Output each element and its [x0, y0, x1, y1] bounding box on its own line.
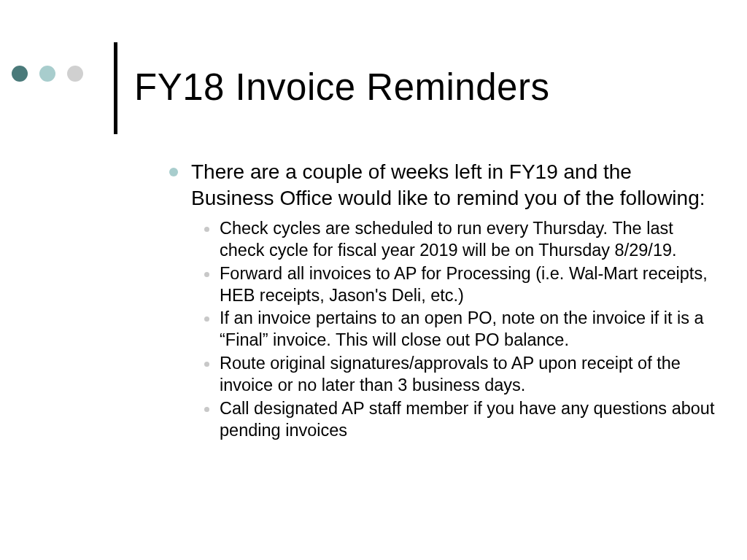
list-item: Route original signatures/approvals to A… [204, 353, 718, 397]
list-item: If an invoice pertains to an open PO, no… [204, 308, 718, 351]
list-item: Call designated AP staff member if you h… [204, 398, 718, 442]
slide-title: FY18 Invoice Reminders [134, 66, 549, 109]
dot-lightteal-icon [39, 66, 55, 82]
sub-bullet-circle-icon [204, 316, 209, 322]
slide-header: FY18 Invoice Reminders [0, 22, 747, 117]
main-bullet-text: There are a couple of weeks left in FY19… [191, 159, 718, 211]
sub-bullet-circle-icon [204, 227, 209, 232]
sub-bullet-text: Check cycles are scheduled to run every … [220, 218, 718, 262]
dot-teal-icon [12, 66, 28, 82]
list-item: Check cycles are scheduled to run every … [204, 218, 718, 262]
dot-gray-icon [67, 66, 83, 82]
vertical-divider [114, 42, 117, 134]
sub-bullet-text: Route original signatures/approvals to A… [220, 353, 718, 397]
list-item: Forward all invoices to AP for Processin… [204, 263, 718, 307]
sub-bullet-text: Call designated AP staff member if you h… [220, 398, 718, 442]
sub-bullets-list: Check cycles are scheduled to run every … [204, 218, 718, 441]
sub-bullet-circle-icon [204, 362, 209, 367]
decorative-dots [12, 66, 83, 82]
sub-bullet-text: If an invoice pertains to an open PO, no… [220, 308, 718, 351]
sub-bullet-circle-icon [204, 272, 209, 277]
sub-bullet-text: Forward all invoices to AP for Processin… [220, 263, 718, 307]
sub-bullet-circle-icon [204, 407, 209, 412]
slide-content: There are a couple of weeks left in FY19… [169, 159, 718, 443]
main-bullet: There are a couple of weeks left in FY19… [169, 159, 718, 211]
bullet-circle-icon [169, 168, 178, 176]
